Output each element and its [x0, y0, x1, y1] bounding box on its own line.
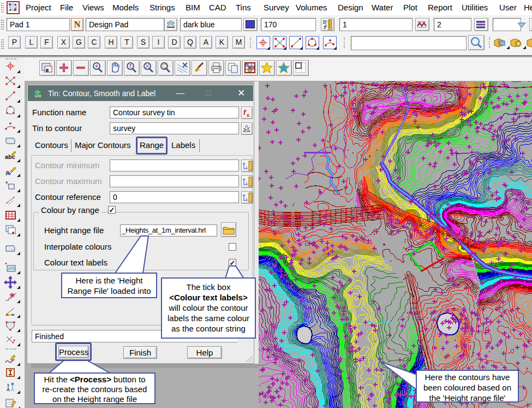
- svg-text:x: x: [247, 113, 249, 118]
- svg-text:12d: 12d: [34, 94, 41, 98]
